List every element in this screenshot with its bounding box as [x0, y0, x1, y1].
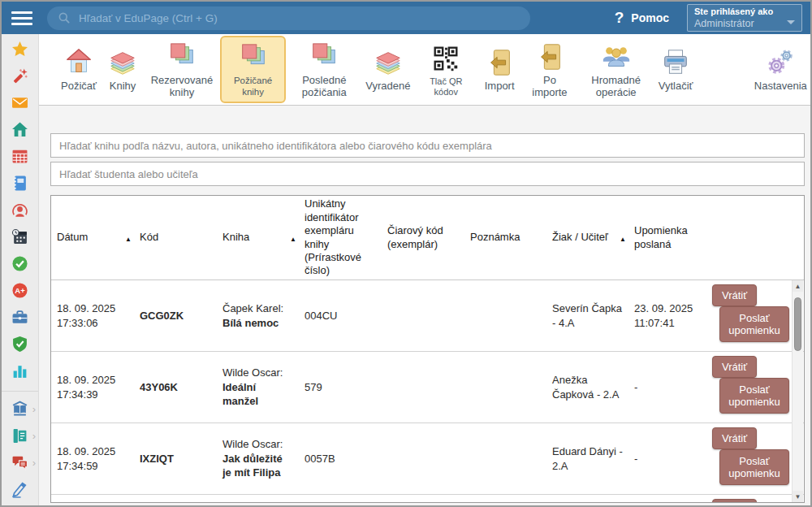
copy-identifier: 004CU	[299, 306, 382, 327]
sidebar-item-communication[interactable]: ›	[2, 455, 38, 473]
return-book-button[interactable]: Vrátiť	[712, 284, 757, 306]
shield-icon	[11, 336, 28, 356]
help-button[interactable]: ? Pomoc	[615, 9, 669, 27]
column-header-1[interactable]: Dátum▲	[51, 231, 134, 244]
toolbar-item-label: Po importe	[529, 75, 571, 99]
toolbar-item-knihy[interactable]: Knihy	[102, 41, 144, 98]
toolbar-item-label: Tlač QR kódov	[421, 76, 470, 97]
sidebar-item-home[interactable]	[2, 122, 38, 140]
toolbar-item-label: Vyradené	[365, 80, 410, 93]
column-header-7[interactable]: Žiak / Učiteľ▲	[546, 231, 628, 244]
toolbar-item-tlac-qr-kodov[interactable]: Tlač QR kódov	[414, 37, 477, 102]
toolbar-item-label: Posledné požičania	[294, 75, 354, 99]
toolbar-item-label: Nastavenia	[754, 80, 807, 93]
library-icon	[11, 401, 28, 421]
sidebar-item-supervision[interactable]	[2, 336, 38, 354]
book-author: Čapek Karel:	[222, 301, 294, 316]
send-reminder-button[interactable]: Poslať upomienku	[719, 378, 789, 414]
book-title: Bílá nemoc	[222, 316, 294, 331]
scroll-up-icon[interactable]: ▲	[793, 280, 803, 292]
house-icon	[63, 46, 94, 78]
row-actions: VrátiťPoslať upomienku	[710, 423, 791, 494]
sidebar-item-documents[interactable]: ›	[2, 428, 38, 446]
squares-icon	[309, 40, 339, 72]
gears-icon	[765, 46, 796, 78]
chevron-right-icon: ›	[32, 404, 36, 414]
sidebar-item-timetable[interactable]	[2, 149, 38, 167]
column-header-2[interactable]: Kód	[134, 231, 217, 244]
copy-identifier: 579	[299, 377, 382, 398]
printer-icon	[660, 46, 691, 78]
sidebar-item-wizard[interactable]	[2, 68, 38, 86]
toolbar-item-hromadne-operacie[interactable]: Hromadné operácie	[579, 35, 654, 105]
return-book-button[interactable]: Vrátiť	[712, 427, 757, 449]
column-header-6[interactable]: Poznámka	[464, 231, 546, 244]
sidebar-item-library[interactable]: ›	[2, 401, 38, 419]
toolbar-item-posledne-pozicania[interactable]: Posledné požičania	[287, 35, 361, 105]
return-book-button[interactable]: Vrátiť	[712, 499, 757, 502]
global-search[interactable]	[47, 6, 530, 30]
sidebar-item-favorites[interactable]	[2, 41, 38, 59]
table-header-row: Dátum▲KódKniha▲Unikátny identifikátor ex…	[51, 196, 804, 280]
sidebar-item-results[interactable]	[2, 363, 38, 381]
send-reminder-button[interactable]: Poslať upomienku	[719, 449, 789, 485]
reminder-sent: -	[628, 377, 710, 398]
person-icon	[11, 202, 28, 222]
user-menu[interactable]: Ste prihlásený ako Administrátor	[687, 4, 802, 32]
loan-date: 18. 09. 2025 17:33:06	[51, 298, 134, 333]
layers-icon	[373, 46, 404, 78]
help-icon: ?	[615, 9, 624, 27]
send-reminder-button[interactable]: Poslať upomienku	[719, 306, 789, 342]
copy-identifier: 0057B	[299, 448, 382, 470]
reminder-sent: -	[628, 448, 710, 470]
return-book-button[interactable]: Vrátiť	[712, 356, 757, 378]
book-title: Jak důležité je mít Filipa	[222, 452, 294, 480]
sidebar-item-agenda[interactable]	[2, 310, 38, 327]
column-header-4[interactable]: Unikátny identifikátor exempláru knihy (…	[299, 197, 382, 277]
squares-icon	[238, 41, 269, 73]
sidebar-item-attendance[interactable]	[2, 256, 38, 274]
sidebar-item-mail[interactable]	[2, 95, 38, 113]
sidebar-item-plans[interactable]	[2, 229, 38, 247]
note	[464, 313, 546, 319]
pen-icon	[11, 481, 28, 501]
column-header-8[interactable]: Upomienka poslaná	[628, 224, 710, 251]
toolbar-item-label: Vytlačiť	[659, 80, 693, 93]
column-header-3[interactable]: Kniha▲	[217, 231, 299, 244]
toolbar-item-po-importe[interactable]: Po importe	[521, 35, 578, 105]
toolbar-item-import[interactable]: Import	[478, 41, 520, 98]
menu-icon[interactable]	[11, 11, 32, 25]
plancal-icon	[11, 228, 28, 249]
toolbar-item-rezervovane-knihy[interactable]: Rezervované knihy	[145, 35, 219, 105]
table-row: 18. 09. 2025 17:34:3943Y06KWilde Oscar:I…	[51, 352, 804, 423]
toolbar-item-nastavenia[interactable]: Nastavenia	[752, 41, 810, 98]
book-search-input[interactable]	[50, 133, 805, 158]
toolbar-item-vytlacit[interactable]: Vytlačiť	[654, 41, 698, 98]
sidebar-item-signing[interactable]	[2, 482, 38, 500]
barcode	[382, 313, 464, 319]
column-header-5[interactable]: Čiarový kód (exemplár)	[382, 224, 464, 251]
star-icon	[11, 41, 28, 61]
toolbar-item-vyradene[interactable]: Vyradené	[362, 41, 413, 98]
scroll-down-icon[interactable]: ▼	[793, 491, 803, 502]
toolbar-item-pozicat[interactable]: Požičať	[57, 41, 101, 98]
book-author: Wilde Oscar:	[222, 437, 294, 452]
table-scrollbar[interactable]: ▲ ▼	[792, 280, 803, 502]
scrollbar-thumb[interactable]	[794, 297, 801, 351]
toolbar-item-pozicane-knihy[interactable]: Požičané knihy	[220, 36, 286, 102]
toolbar-item-label: Požičané knihy	[227, 76, 279, 97]
global-search-input[interactable]	[79, 12, 520, 24]
sidebar-item-grades[interactable]: A+	[2, 283, 38, 301]
loan-date: 18. 09. 2025 17:34:39	[51, 370, 134, 405]
content-area: Dátum▲KódKniha▲Unikátny identifikátor ex…	[39, 106, 810, 505]
people-icon	[601, 40, 632, 72]
note	[464, 456, 546, 462]
toolbar-item-label: Hromadné operácie	[586, 75, 646, 99]
sidebar-item-classbook[interactable]	[2, 176, 38, 193]
person-search-input[interactable]	[50, 162, 805, 186]
home-icon	[11, 121, 28, 141]
search-icon	[58, 11, 71, 24]
loan-code: 43Y06K	[134, 377, 217, 398]
student-teacher: Severín Čapka - 4.A	[546, 298, 628, 333]
sidebar-item-students[interactable]	[2, 202, 38, 220]
